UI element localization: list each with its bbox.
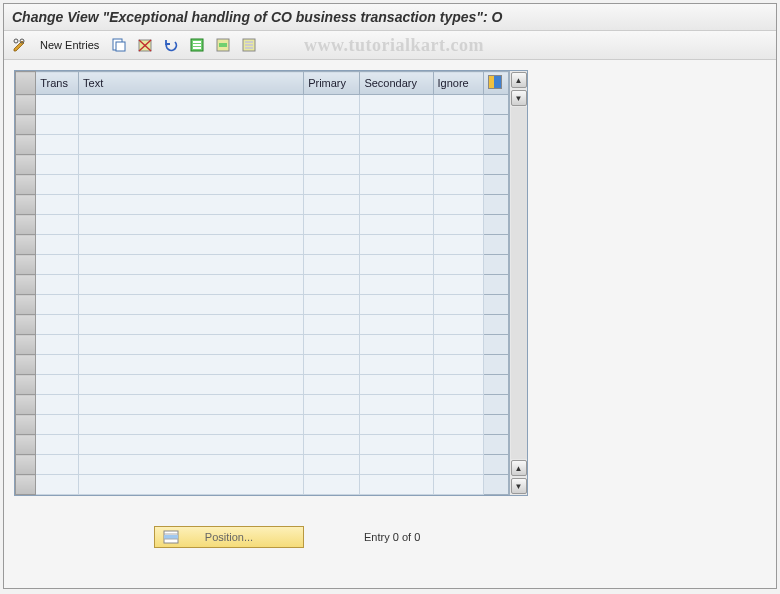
table-cell[interactable] bbox=[433, 355, 484, 375]
table-cell[interactable] bbox=[79, 475, 304, 495]
table-cell[interactable] bbox=[304, 135, 360, 155]
table-cell[interactable] bbox=[360, 395, 433, 415]
table-cell[interactable] bbox=[433, 175, 484, 195]
table-cell[interactable] bbox=[79, 435, 304, 455]
row-selector[interactable] bbox=[16, 175, 36, 195]
row-selector[interactable] bbox=[16, 275, 36, 295]
scroll-up-button[interactable]: ▲ bbox=[511, 72, 527, 88]
column-header-primary[interactable]: Primary bbox=[304, 72, 360, 95]
row-selector[interactable] bbox=[16, 475, 36, 495]
row-selector[interactable] bbox=[16, 155, 36, 175]
table-cell[interactable] bbox=[360, 215, 433, 235]
table-cell[interactable] bbox=[79, 335, 304, 355]
table-cell[interactable] bbox=[360, 235, 433, 255]
table-cell[interactable] bbox=[36, 235, 79, 255]
row-selector[interactable] bbox=[16, 455, 36, 475]
table-cell[interactable] bbox=[36, 475, 79, 495]
table-cell[interactable] bbox=[79, 195, 304, 215]
table-cell[interactable] bbox=[79, 315, 304, 335]
table-cell[interactable] bbox=[36, 415, 79, 435]
table-cell[interactable] bbox=[304, 415, 360, 435]
table-cell[interactable] bbox=[36, 215, 79, 235]
table-cell[interactable] bbox=[433, 395, 484, 415]
row-selector-header[interactable] bbox=[16, 72, 36, 95]
row-selector[interactable] bbox=[16, 195, 36, 215]
vertical-scrollbar[interactable]: ▲ ▼ ▲ ▼ bbox=[509, 71, 527, 495]
row-selector[interactable] bbox=[16, 135, 36, 155]
table-cell[interactable] bbox=[304, 395, 360, 415]
table-cell[interactable] bbox=[79, 175, 304, 195]
table-cell[interactable] bbox=[433, 255, 484, 275]
table-cell[interactable] bbox=[304, 115, 360, 135]
table-cell[interactable] bbox=[433, 275, 484, 295]
row-selector[interactable] bbox=[16, 415, 36, 435]
column-header-trans[interactable]: Trans bbox=[36, 72, 79, 95]
table-cell[interactable] bbox=[36, 95, 79, 115]
table-cell[interactable] bbox=[433, 215, 484, 235]
row-selector[interactable] bbox=[16, 375, 36, 395]
table-cell[interactable] bbox=[433, 475, 484, 495]
table-cell[interactable] bbox=[36, 455, 79, 475]
table-cell[interactable] bbox=[36, 175, 79, 195]
row-selector[interactable] bbox=[16, 395, 36, 415]
column-header-text[interactable]: Text bbox=[79, 72, 304, 95]
table-cell[interactable] bbox=[304, 455, 360, 475]
table-cell[interactable] bbox=[433, 435, 484, 455]
table-cell[interactable] bbox=[433, 95, 484, 115]
table-cell[interactable] bbox=[360, 455, 433, 475]
table-cell[interactable] bbox=[360, 355, 433, 375]
row-selector[interactable] bbox=[16, 215, 36, 235]
table-cell[interactable] bbox=[79, 235, 304, 255]
row-selector[interactable] bbox=[16, 235, 36, 255]
table-cell[interactable] bbox=[433, 375, 484, 395]
deselect-all-button[interactable] bbox=[239, 35, 259, 55]
table-cell[interactable] bbox=[36, 375, 79, 395]
table-cell[interactable] bbox=[36, 115, 79, 135]
table-cell[interactable] bbox=[304, 195, 360, 215]
table-cell[interactable] bbox=[79, 355, 304, 375]
table-cell[interactable] bbox=[360, 475, 433, 495]
table-cell[interactable] bbox=[360, 155, 433, 175]
table-cell[interactable] bbox=[79, 215, 304, 235]
table-cell[interactable] bbox=[36, 155, 79, 175]
table-cell[interactable] bbox=[360, 375, 433, 395]
delete-button[interactable] bbox=[135, 35, 155, 55]
table-cell[interactable] bbox=[433, 135, 484, 155]
row-selector[interactable] bbox=[16, 255, 36, 275]
table-cell[interactable] bbox=[36, 355, 79, 375]
table-cell[interactable] bbox=[79, 155, 304, 175]
row-selector[interactable] bbox=[16, 95, 36, 115]
table-cell[interactable] bbox=[304, 275, 360, 295]
row-selector[interactable] bbox=[16, 315, 36, 335]
table-cell[interactable] bbox=[433, 455, 484, 475]
table-cell[interactable] bbox=[433, 235, 484, 255]
table-cell[interactable] bbox=[360, 335, 433, 355]
table-cell[interactable] bbox=[304, 315, 360, 335]
table-cell[interactable] bbox=[36, 435, 79, 455]
table-cell[interactable] bbox=[360, 295, 433, 315]
table-cell[interactable] bbox=[36, 135, 79, 155]
row-selector[interactable] bbox=[16, 335, 36, 355]
table-cell[interactable] bbox=[433, 155, 484, 175]
table-cell[interactable] bbox=[304, 155, 360, 175]
table-cell[interactable] bbox=[79, 295, 304, 315]
table-cell[interactable] bbox=[433, 115, 484, 135]
column-header-ignore[interactable]: Ignore bbox=[433, 72, 484, 95]
toggle-display-change-button[interactable] bbox=[10, 35, 30, 55]
table-cell[interactable] bbox=[304, 435, 360, 455]
row-selector[interactable] bbox=[16, 295, 36, 315]
table-cell[interactable] bbox=[36, 295, 79, 315]
table-cell[interactable] bbox=[36, 395, 79, 415]
table-cell[interactable] bbox=[433, 315, 484, 335]
table-cell[interactable] bbox=[304, 175, 360, 195]
row-selector[interactable] bbox=[16, 115, 36, 135]
table-cell[interactable] bbox=[79, 115, 304, 135]
table-cell[interactable] bbox=[360, 135, 433, 155]
position-button[interactable]: Position... bbox=[154, 526, 304, 548]
scroll-up-button-bottom[interactable]: ▲ bbox=[511, 460, 527, 476]
table-cell[interactable] bbox=[36, 255, 79, 275]
table-cell[interactable] bbox=[36, 275, 79, 295]
table-cell[interactable] bbox=[304, 375, 360, 395]
table-cell[interactable] bbox=[304, 255, 360, 275]
scroll-down-button-bottom[interactable]: ▼ bbox=[511, 478, 527, 494]
